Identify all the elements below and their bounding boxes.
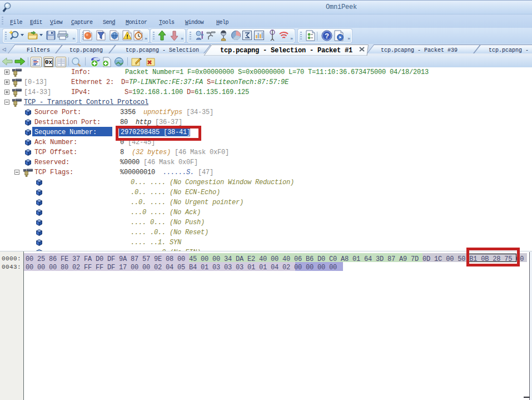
svg-text:?: ? <box>325 32 329 40</box>
